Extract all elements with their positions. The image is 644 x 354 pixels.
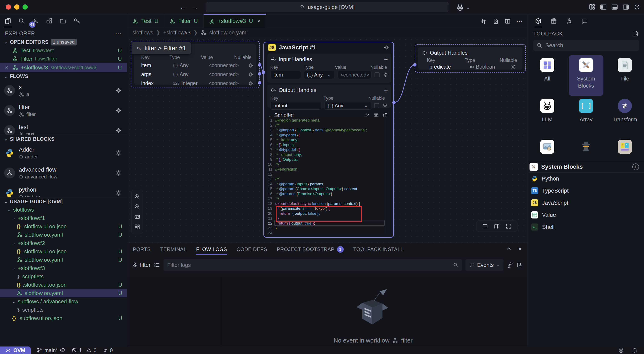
- toolpack-category-llm[interactable]: LLM: [528, 99, 567, 123]
- maximize-window-button[interactable]: [22, 4, 28, 10]
- flows-header[interactable]: ⌄ FLOWS: [0, 72, 127, 80]
- node-gear-icon[interactable]: [383, 44, 389, 50]
- toolpack-category-transform[interactable]: Transform: [606, 99, 644, 123]
- handle-dot[interactable]: [413, 63, 416, 66]
- remote-indicator[interactable]: OVM: [0, 346, 31, 354]
- item-gear-icon[interactable]: [115, 190, 122, 196]
- toolpack-category-all[interactable]: All: [528, 58, 567, 82]
- close-icon[interactable]: ×: [4, 64, 10, 71]
- system-block-value[interactable]: Value: [528, 209, 644, 221]
- input-value-field[interactable]: <connected>: [337, 71, 372, 79]
- feedback-tab-icon[interactable]: [580, 16, 589, 26]
- editor-tab[interactable]: TestU: [127, 14, 164, 28]
- handle-gear-icon[interactable]: [248, 81, 254, 86]
- tree-item[interactable]: {}.subflow.ui.oo.jsonU: [0, 314, 127, 322]
- add-output-handle-button[interactable]: +: [384, 88, 388, 92]
- panel-tab-code-deps[interactable]: CODE DEPS: [237, 243, 267, 256]
- nullable-checkbox[interactable]: [374, 103, 379, 108]
- toolpack-category-art[interactable]: [606, 140, 644, 154]
- tree-item[interactable]: {}.slotflow.ui.oo.jsonU: [0, 247, 127, 256]
- notifications-bell-icon[interactable]: [632, 347, 638, 353]
- open-editors-header[interactable]: ⌄ OPEN EDITORS 1 unsaved: [0, 38, 127, 46]
- item-gear-icon[interactable]: [115, 107, 122, 114]
- handle-row[interactable]: args{..}Any<connected>: [141, 70, 254, 79]
- tree-item[interactable]: ❯scriptlets: [0, 306, 127, 314]
- forward-button[interactable]: →: [190, 3, 199, 11]
- handle-gear-icon[interactable]: [248, 72, 254, 77]
- gift-tab-icon[interactable]: [549, 16, 558, 26]
- ports-indicator[interactable]: 0: [102, 347, 113, 353]
- toolpack-category-image[interactable]: [528, 140, 567, 154]
- zoom-in-icon[interactable]: [134, 194, 140, 200]
- activity-blocks-icon[interactable]: [45, 16, 54, 26]
- handle-dot[interactable]: [258, 81, 261, 84]
- flow-list-item[interactable]: pythonpython: [0, 183, 127, 197]
- toolpack-category-system-blocks[interactable]: SystemBlocks: [567, 58, 606, 89]
- toolpack-search-input[interactable]: Search: [533, 40, 639, 51]
- panel-tab-flow-logs[interactable]: FLOW LOGS: [196, 243, 227, 256]
- close-window-button[interactable]: [6, 4, 11, 10]
- filter-logs-input[interactable]: Filter logs: [164, 259, 462, 271]
- tree-item[interactable]: slotflow.oo.yamlU: [0, 256, 127, 264]
- tree-item[interactable]: {}.slotflow.ui.oo.jsonU: [0, 222, 127, 230]
- handle-gear-icon[interactable]: [382, 72, 388, 78]
- output-handles-node[interactable]: Output Handles Key Type Nullable predica…: [415, 44, 526, 72]
- open-editor-item[interactable]: ×+slotflow#3slotflows/+slotflow#3U: [0, 63, 127, 72]
- tree-item[interactable]: ⌄subflows / advanced-flow: [0, 297, 127, 306]
- mascot-icon[interactable]: [618, 347, 624, 354]
- fit-view-icon[interactable]: [134, 214, 140, 220]
- system-block-typescript[interactable]: TSTypeScript: [528, 185, 644, 197]
- filter-subflow-node[interactable]: ↖ filter > Filter #1 KeyTypeValueNullabl…: [131, 41, 260, 88]
- handle-gear-icon[interactable]: [510, 64, 516, 70]
- flow-list-item[interactable]: sa: [0, 80, 127, 100]
- handle-dot[interactable]: [258, 63, 261, 66]
- info-icon[interactable]: i: [632, 164, 639, 170]
- item-gear-icon[interactable]: [115, 150, 122, 156]
- toggle-right-panel-icon[interactable]: [622, 3, 630, 10]
- system-block-javascript[interactable]: JSJavaScript: [528, 197, 644, 209]
- panel-tab-ports[interactable]: PORTS: [133, 243, 150, 256]
- output-type-select[interactable]: {..} Any⌄: [324, 102, 371, 110]
- js-input-handle-dot[interactable]: [262, 71, 265, 74]
- toolpack-category-array[interactable]: [ ]Array: [567, 99, 606, 123]
- explorer-more-icon[interactable]: ⋯: [115, 30, 122, 37]
- map-icon[interactable]: [494, 223, 500, 229]
- rocket-tab-icon[interactable]: [564, 16, 574, 26]
- activity-flows-icon[interactable]: 48: [31, 16, 40, 26]
- js-output-handle-dot[interactable]: [392, 101, 396, 104]
- toggle-bottom-panel-icon[interactable]: [611, 3, 618, 10]
- handle-gear-icon[interactable]: [382, 103, 388, 108]
- panel-tab-toolpack-install[interactable]: TOOLPACK INSTALL: [353, 243, 403, 256]
- events-dropdown[interactable]: Events ⌄: [466, 259, 504, 271]
- input-type-select[interactable]: {..} Any⌄: [304, 71, 334, 79]
- clear-logs-icon[interactable]: [507, 262, 513, 268]
- nullable-checkbox[interactable]: [374, 72, 380, 77]
- tree-item[interactable]: {}.slotflow.ui.oo.jsonU: [0, 280, 127, 289]
- editor-tab[interactable]: FilterU: [164, 14, 204, 28]
- mascot-icon[interactable]: [456, 3, 464, 12]
- problems-indicator[interactable]: 1 0: [72, 347, 96, 353]
- flow-list-item[interactable]: Adderadder: [0, 143, 127, 163]
- handle-row[interactable]: index123Integer<connected>: [141, 79, 254, 88]
- collapse-panel-icon[interactable]: [506, 246, 512, 253]
- output-key-field[interactable]: output: [270, 102, 321, 110]
- close-panel-icon[interactable]: ×: [518, 246, 522, 253]
- tree-item[interactable]: ❯scriptlets: [0, 272, 127, 280]
- toggle-left-panel-icon[interactable]: [600, 3, 607, 10]
- open-changes-icon[interactable]: [492, 18, 499, 24]
- flow-list-item[interactable]: filterfilter: [0, 100, 127, 120]
- layout-grid-icon[interactable]: [588, 3, 596, 10]
- open-editor-item[interactable]: Testflows/testU: [0, 46, 127, 54]
- input-key-field[interactable]: item: [270, 71, 301, 79]
- flow-list-item[interactable]: advanced-flowadvanced-flow: [0, 163, 127, 183]
- fullscreen-icon[interactable]: [506, 223, 512, 229]
- flow-list-item[interactable]: testtest: [0, 120, 127, 135]
- tree-item[interactable]: ⌄+slotflow#1: [0, 214, 127, 222]
- minimize-window-button[interactable]: [14, 4, 20, 10]
- flow-scope[interactable]: filter: [132, 262, 150, 268]
- mascot-dropdown-chevron-icon[interactable]: ⌄: [466, 5, 470, 10]
- split-editor-icon[interactable]: [504, 18, 511, 24]
- add-input-handle-button[interactable]: +: [384, 57, 388, 62]
- more-actions-icon[interactable]: ⋯: [516, 18, 522, 25]
- back-button[interactable]: ←: [179, 3, 187, 11]
